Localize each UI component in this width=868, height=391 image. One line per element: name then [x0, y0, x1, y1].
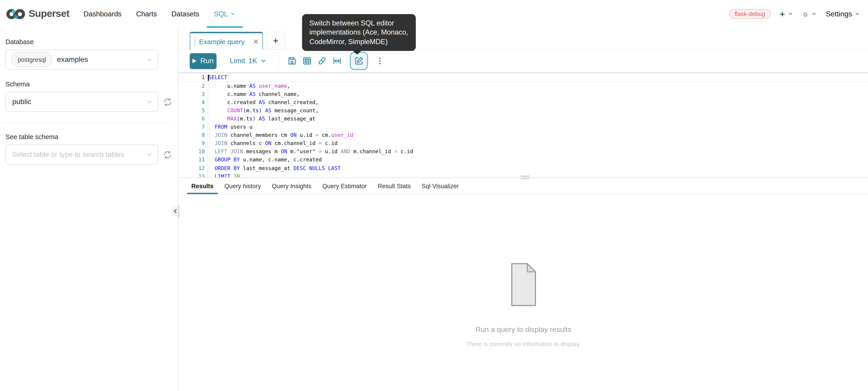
tab-example-query[interactable]: Example query [190, 32, 263, 50]
table-schema-label: See table schema [5, 133, 172, 140]
code-line: 9 JOIN channels c ON cm.channel_id = c.i… [179, 139, 868, 148]
superset-logo[interactable]: Superset [6, 8, 69, 20]
line-number: 9 [179, 139, 205, 148]
results-tab-query-history[interactable]: Query history [220, 178, 266, 194]
gutter-separator [207, 72, 208, 177]
line-number: 10 [179, 148, 205, 156]
line-number: 6 [179, 115, 205, 123]
schema-select[interactable]: public [5, 92, 158, 112]
add-tab-button[interactable]: + [266, 32, 285, 50]
code-text: LIMIT 20 [205, 172, 240, 177]
code-text: GROUP BY u.name, c.name, c.created [205, 156, 322, 164]
plus-icon: + [273, 35, 279, 46]
code-text: MAX(m.ts) AS last_message_at [205, 115, 315, 123]
results-tab-results[interactable]: Results [187, 178, 218, 194]
nav-item-label: Charts [136, 10, 157, 18]
nav-item-label: Dashboards [84, 10, 121, 18]
sqllab-left-sidebar: Database postgresql examples Schema publ… [0, 28, 178, 391]
code-text: ORDER BY last_message_at DESC NULLS LAST [205, 164, 341, 172]
plus-icon: + [780, 9, 785, 19]
theme-menu[interactable]: ☼ [802, 10, 816, 18]
settings-label: Settings [826, 10, 852, 18]
results-tab-query-estimator[interactable]: Query Estimator [318, 178, 371, 194]
code-line: 11 GROUP BY u.name, c.name, c.created [179, 156, 868, 164]
line-number: 8 [179, 131, 205, 139]
limit-dropdown[interactable]: Limit 1K [230, 57, 267, 65]
theme-sun-icon: ☼ [802, 10, 809, 18]
collapse-sidebar-button[interactable] [173, 206, 178, 217]
infinity-logo-icon [6, 8, 26, 20]
line-number: 1 [179, 73, 205, 82]
nav-item-charts[interactable]: Charts [136, 0, 157, 28]
close-tab-icon[interactable] [253, 38, 259, 44]
code-text: JOIN channel_members cm ON u.id = cm.use… [205, 131, 353, 139]
chevron-down-icon [812, 11, 816, 17]
new-item-menu[interactable]: + [780, 9, 793, 19]
schema-select-value: public [12, 98, 31, 106]
sql-lab-page: Superset DashboardsChartsDatasetsSQL fla… [0, 0, 868, 391]
navbar-right: flask-debug + ☼ Settings [729, 9, 868, 19]
results-tab-result-stats[interactable]: Result Stats [373, 178, 415, 194]
editor-tab-label: Example query [199, 37, 245, 45]
sidebar-divider [3, 123, 172, 123]
database-label: Database [5, 38, 172, 45]
play-icon [193, 59, 197, 63]
database-engine-tag: postgresql [11, 52, 53, 67]
line-number: 5 [179, 106, 205, 115]
code-text: LEFT JOIN messages m ON m."user" = u.id … [205, 148, 413, 156]
settings-menu[interactable]: Settings [826, 10, 860, 18]
sql-code-editor[interactable]: 1SELECT2 u.name AS user_name,3 c.name AS… [179, 72, 868, 177]
nav-item-datasets[interactable]: Datasets [172, 0, 199, 28]
environment-badge: flask-debug [729, 9, 770, 19]
nav-item-dashboards[interactable]: Dashboards [84, 0, 121, 28]
format-sql-icon[interactable] [333, 52, 342, 70]
refresh-schemas-icon[interactable] [163, 97, 173, 107]
navbar: Superset DashboardsChartsDatasetsSQL fla… [0, 0, 868, 28]
line-number: 13 [179, 172, 205, 177]
schema-label: Schema [5, 80, 172, 88]
results-tab-query-insights[interactable]: Query Insights [268, 178, 316, 194]
estimate-cost-icon[interactable] [303, 52, 312, 70]
line-number: 2 [179, 82, 205, 90]
chevron-down-icon [147, 152, 152, 158]
empty-state-title: Run a query to display results [179, 326, 868, 334]
results-empty-state: Run a query to display results There is … [179, 263, 868, 347]
chevron-down-icon [230, 11, 235, 17]
copy-link-icon[interactable] [318, 52, 327, 70]
brand-name: Superset [29, 8, 69, 20]
chevron-down-icon [855, 11, 860, 17]
code-text: c.created AS channel_created, [205, 98, 319, 106]
chevron-down-icon [147, 57, 152, 63]
line-number: 11 [179, 156, 205, 164]
database-select-value: examples [57, 56, 88, 64]
code-line: 5 COUNT(m.ts) AS message_count, [179, 106, 868, 115]
indent-guide [209, 82, 210, 177]
more-options-icon[interactable] [376, 52, 385, 70]
table-select[interactable]: Select table or type to search tables [5, 144, 158, 165]
chevron-down-icon [260, 58, 267, 64]
nav-item-sql[interactable]: SQL [214, 0, 235, 28]
text-cursor [208, 74, 209, 81]
code-text: c.name AS channel_name, [205, 90, 300, 98]
database-select[interactable]: postgresql examples [5, 50, 158, 70]
empty-state-subtitle: There is currently no information to dis… [179, 340, 868, 347]
line-number: 4 [179, 98, 205, 106]
line-number: 7 [179, 123, 205, 131]
tooltip-text-line: Switch between SQL editor [309, 19, 408, 28]
switch-editor-button[interactable] [350, 52, 368, 70]
code-line: 12 ORDER BY last_message_at DESC NULLS L… [179, 164, 868, 172]
drag-handle-icon[interactable] [194, 37, 195, 45]
save-query-icon[interactable] [288, 52, 297, 70]
pane-resize-grip[interactable] [521, 175, 530, 176]
run-query-button[interactable]: Run [190, 53, 217, 69]
line-number: 3 [179, 90, 205, 98]
code-line: 8 JOIN channel_members cm ON u.id = cm.u… [179, 131, 868, 139]
editor-tabstrip: Example query + [179, 28, 868, 50]
code-line: 2 u.name AS user_name, [179, 82, 868, 90]
code-text: COUNT(m.ts) AS message_count, [205, 106, 319, 115]
code-line: 7 FROM users u [179, 123, 868, 131]
code-line: 3 c.name AS channel_name, [179, 90, 868, 98]
results-tab-sql-visualizer[interactable]: Sql Visualizer [417, 178, 463, 194]
nav-item-label: SQL [214, 10, 228, 18]
refresh-tables-icon[interactable] [163, 150, 173, 159]
